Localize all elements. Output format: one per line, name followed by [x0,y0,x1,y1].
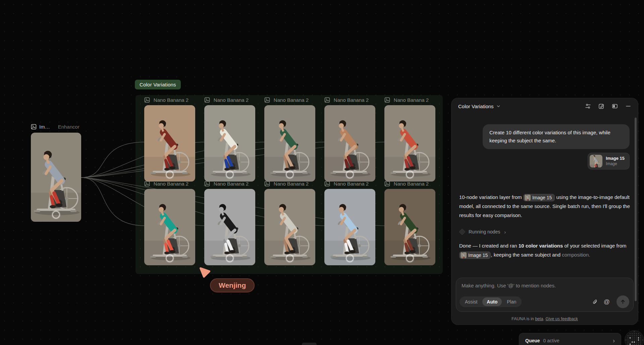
assistant-message-2: Done — I created and ran 10 color variat… [459,241,634,259]
node-header: Nano Banana 2 [324,180,375,188]
loading-ring [346,254,354,262]
collaborator-name-badge: Wenjing [210,278,255,292]
attach-file-icon[interactable] [592,299,598,305]
panel-actions [585,103,631,109]
image-icon [384,181,390,187]
loading-ring [226,254,234,262]
chevron-right-icon: › [613,337,615,344]
mode-assist[interactable]: Assist [461,297,482,306]
chat-input[interactable]: Make anything. Use '@' to mention nodes.… [456,278,634,312]
image-icon [31,124,37,130]
node-header: Nano Banana 2 [264,96,315,104]
queue-bar[interactable]: Queue 0 active › [519,333,621,345]
node-image[interactable] [204,189,255,265]
image-icon [384,97,390,103]
node-header: Nano Banana 2 [144,180,195,188]
image-icon [144,181,150,187]
mode-auto[interactable]: Auto [482,297,502,306]
image-icon [324,181,330,187]
attached-image-chip[interactable]: Image 15 Image [588,153,630,169]
image-icon [204,181,210,187]
generation-node[interactable]: Nano Banana 2 [384,180,435,265]
node-image[interactable] [324,105,375,182]
user-message-text: Create 10 different color variations of … [489,130,610,143]
minimap-dots-button[interactable] [625,330,644,345]
chat-input-placeholder: Make anything. Use '@' to mention nodes. [462,283,629,288]
source-node-header: Im… Enhancor [31,123,81,131]
feedback-link[interactable]: Give us feedback [545,317,578,321]
node-title: Nano Banana 2 [153,181,195,187]
running-nodes-status[interactable]: Running nodes › [459,229,506,235]
generation-node[interactable]: Nano Banana 2 [204,96,255,182]
node-image[interactable] [264,105,315,182]
new-chat-icon[interactable] [598,103,604,109]
chat-panel: Color Variations Create 1 [451,98,638,325]
spinner-icon [459,229,465,235]
loading-ring [166,254,174,262]
node-image[interactable] [384,189,435,265]
image-icon [264,97,270,103]
peer-node-title: Enhancor [58,124,79,130]
chip-thumbnail [525,195,531,201]
node-image[interactable] [384,105,435,182]
generation-node[interactable]: Nano Banana 2 [204,180,255,265]
node-title: Nano Banana 2 [393,181,435,187]
source-image-node[interactable]: Im… Enhancor [31,123,81,222]
node-header: Nano Banana 2 [384,96,435,104]
panel-scrollbar[interactable] [635,118,637,301]
send-button[interactable] [616,295,629,308]
node-title: Nano Banana 2 [153,97,195,103]
running-nodes-label: Running nodes [469,229,500,234]
image-icon [144,97,150,103]
node-title: Nano Banana 2 [213,97,255,103]
loading-ring [52,211,60,219]
generation-node[interactable]: Nano Banana 2 [264,96,315,182]
group-label-badge[interactable]: Color Variations [135,80,181,89]
beta-link[interactable]: beta [535,317,543,321]
image-reference-chip[interactable]: Image 15 [459,252,491,259]
workflow-settings-icon[interactable] [585,103,591,109]
image-icon [324,97,330,103]
bottom-edge-sliver [302,343,317,345]
loading-ring [226,170,234,179]
generation-node[interactable]: Nano Banana 2 [324,180,375,265]
collaborator-name: Wenjing [219,281,246,289]
toggle-sidebar-icon[interactable] [612,103,618,109]
generation-node[interactable]: Nano Banana 2 [144,96,195,182]
chevron-down-icon[interactable] [496,104,500,108]
generation-node[interactable]: Nano Banana 2 [324,96,375,182]
attachment-subtitle: Image [606,161,625,167]
minimize-icon[interactable] [625,103,631,109]
node-image[interactable] [264,189,315,265]
assistant-message-1: 10-node variation layer from Image 15 us… [459,193,634,220]
node-header: Nano Banana 2 [144,96,195,104]
group-label: Color Variations [140,82,176,87]
node-image[interactable] [324,189,375,265]
fauna-canvas-app: Color Variations Im… Enhancor [0,0,644,345]
attachment-thumbnail [590,155,602,167]
queue-status: 0 active [543,338,559,343]
node-header: Nano Banana 2 [204,180,255,188]
node-title: Nano Banana 2 [333,181,375,187]
generation-node[interactable]: Nano Banana 2 [264,180,315,265]
source-node-image[interactable] [31,133,81,222]
generation-node[interactable]: Nano Banana 2 [384,96,435,182]
node-image[interactable] [144,105,195,182]
loading-ring [286,170,294,179]
queue-label: Queue [525,338,540,343]
generation-node[interactable]: Nano Banana 2 [144,180,195,265]
node-image[interactable] [204,105,255,182]
node-image[interactable] [144,189,195,265]
loading-ring [286,254,294,262]
mention-icon[interactable]: @ [604,299,610,305]
user-message-bubble: Create 10 different color variations of … [483,124,630,149]
node-title: Nano Banana 2 [273,97,315,103]
mode-plan[interactable]: Plan [502,297,521,306]
collaborator-cursor-icon [199,267,211,278]
loading-ring [406,170,414,179]
image-icon [264,181,270,187]
image-reference-chip[interactable]: Image 15 [523,194,555,201]
chip-thumbnail [461,252,467,258]
node-title: Nano Banana 2 [213,181,255,187]
attachment-title: Image 15 [606,155,625,161]
